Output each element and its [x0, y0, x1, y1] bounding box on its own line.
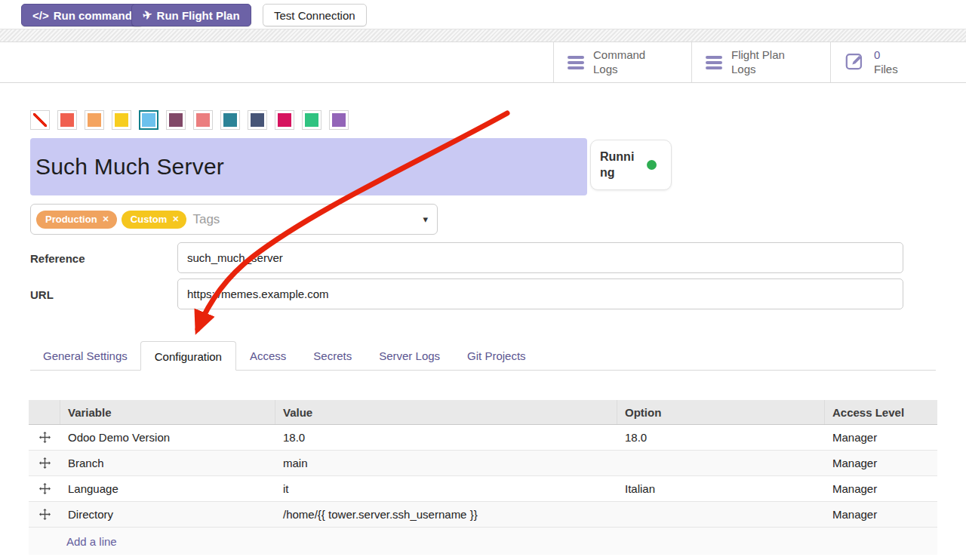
- separator-strip: [0, 29, 966, 42]
- drag-handle-icon[interactable]: [29, 509, 60, 520]
- cell-variable: Odoo Demo Version: [60, 431, 275, 444]
- status-label: Running: [600, 149, 641, 181]
- status-card[interactable]: Running: [590, 140, 672, 190]
- url-label: URL: [30, 288, 54, 301]
- table-row[interactable]: Language it Italian Manager: [29, 476, 937, 502]
- command-logs-button[interactable]: Command Logs: [553, 42, 691, 82]
- notebook-tabs: General Settings Configuration Access Se…: [30, 341, 936, 371]
- cell-access: Manager: [825, 457, 937, 469]
- color-swatch[interactable]: [302, 110, 321, 130]
- cell-value: /home/{{ tower.server.ssh_username }}: [275, 508, 617, 521]
- cell-option: 18.0: [617, 431, 825, 444]
- tab-git-projects[interactable]: Git Projects: [454, 341, 540, 370]
- color-swatch[interactable]: [193, 110, 213, 130]
- drag-handle-icon[interactable]: [29, 457, 60, 469]
- tags-placeholder: Tags: [192, 212, 220, 227]
- color-swatch[interactable]: [166, 110, 186, 130]
- cell-variable: Directory: [60, 508, 275, 521]
- url-input[interactable]: [177, 278, 903, 309]
- files-label: 0 Files: [874, 48, 898, 77]
- cell-variable: Language: [60, 482, 275, 495]
- cell-variable: Branch: [60, 457, 275, 469]
- page-title: Such Much Server: [30, 154, 224, 180]
- cell-access: Manager: [825, 482, 937, 495]
- color-picker: [30, 110, 349, 130]
- add-a-line-link[interactable]: Add a line: [29, 535, 117, 548]
- color-swatch-selected[interactable]: [139, 110, 158, 130]
- list-icon: [706, 56, 722, 69]
- tab-access[interactable]: Access: [236, 341, 300, 370]
- cell-option: Italian: [617, 482, 825, 495]
- reference-label: Reference: [30, 252, 85, 265]
- tab-general-settings[interactable]: General Settings: [30, 341, 140, 370]
- tag-custom[interactable]: Custom ✕: [122, 211, 187, 229]
- color-swatch[interactable]: [275, 110, 294, 130]
- variables-table: Variable Value Option Access Level Odoo …: [29, 400, 937, 555]
- color-swatch-none[interactable]: [30, 110, 50, 130]
- tag-remove-icon[interactable]: ✕: [103, 214, 109, 224]
- cell-value: 18.0: [275, 431, 617, 444]
- edit-pencil-icon: [844, 51, 865, 74]
- list-icon: [568, 56, 584, 69]
- color-swatch[interactable]: [57, 110, 77, 130]
- table-header: Variable Value Option Access Level: [29, 400, 937, 425]
- add-line-row: Add a line: [29, 528, 937, 555]
- code-icon: </>: [32, 9, 49, 22]
- tag-production[interactable]: Production ✕: [36, 211, 117, 229]
- cell-value: it: [275, 482, 617, 495]
- run-flight-plan-label: Run Flight Plan: [157, 9, 240, 22]
- test-connection-button[interactable]: Test Connection: [263, 4, 367, 26]
- command-logs-label: Command Logs: [593, 48, 645, 77]
- run-command-button[interactable]: </> Run command: [21, 4, 143, 26]
- color-swatch[interactable]: [85, 110, 104, 130]
- drag-handle-icon[interactable]: [29, 483, 60, 494]
- color-swatch[interactable]: [248, 110, 267, 130]
- run-flight-plan-button[interactable]: ✈ Run Flight Plan: [131, 4, 251, 26]
- color-swatch[interactable]: [112, 110, 131, 130]
- drag-handle-icon[interactable]: [29, 432, 60, 443]
- table-row[interactable]: Directory /home/{{ tower.server.ssh_user…: [29, 502, 937, 528]
- chevron-down-icon[interactable]: ▾: [423, 214, 428, 225]
- action-toolbar: </> Run command ✈ Run Flight Plan Test C…: [0, 0, 966, 29]
- test-connection-label: Test Connection: [274, 9, 355, 22]
- color-swatch[interactable]: [220, 110, 240, 130]
- tag-remove-icon[interactable]: ✕: [172, 214, 179, 224]
- flight-plan-logs-button[interactable]: Flight Plan Logs: [691, 42, 830, 82]
- flight-plan-logs-label: Flight Plan Logs: [731, 48, 785, 77]
- control-panel: Command Logs Flight Plan Logs: [0, 42, 966, 83]
- cell-value: main: [275, 457, 617, 469]
- files-button[interactable]: 0 Files: [830, 42, 966, 82]
- run-command-label: Run command: [54, 9, 132, 22]
- tag-label: Custom: [131, 214, 167, 225]
- tags-field[interactable]: Production ✕ Custom ✕ Tags ▾: [30, 204, 438, 235]
- page: </> Run command ✈ Run Flight Plan Test C…: [0, 0, 966, 560]
- table-row[interactable]: Branch main Manager: [29, 451, 937, 476]
- tab-configuration[interactable]: Configuration: [140, 341, 236, 371]
- tag-label: Production: [45, 214, 97, 225]
- tab-secrets[interactable]: Secrets: [300, 341, 365, 370]
- reference-input[interactable]: [177, 242, 903, 273]
- smart-buttons: Command Logs Flight Plan Logs: [553, 42, 966, 82]
- cell-access: Manager: [825, 508, 937, 521]
- tab-server-logs[interactable]: Server Logs: [365, 341, 454, 370]
- column-header-variable[interactable]: Variable: [60, 400, 275, 424]
- status-running-dot: [647, 160, 657, 170]
- record-sheet: Such Much Server Running Production ✕ Cu…: [0, 83, 966, 560]
- color-swatch[interactable]: [329, 110, 349, 130]
- column-header-value[interactable]: Value: [275, 400, 617, 424]
- plane-icon: ✈: [141, 8, 153, 23]
- table-row[interactable]: Odoo Demo Version 18.0 18.0 Manager: [29, 425, 937, 451]
- column-header-option[interactable]: Option: [617, 400, 825, 424]
- record-title-field[interactable]: Such Much Server: [30, 138, 587, 195]
- handle-column-header: [29, 400, 60, 424]
- cell-access: Manager: [825, 431, 937, 444]
- column-header-access-level[interactable]: Access Level: [825, 400, 937, 424]
